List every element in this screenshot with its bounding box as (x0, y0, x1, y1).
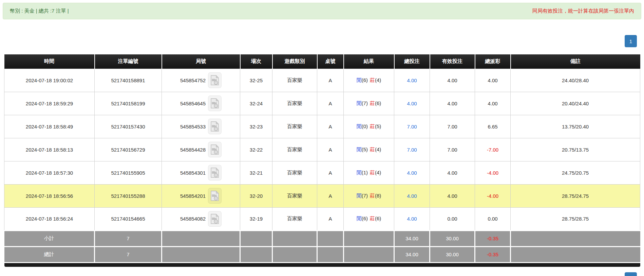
game-number: 545854533 (180, 124, 206, 130)
valid-bet-cell: 4.00 (430, 92, 475, 115)
total-bet-link[interactable]: 4.00 (407, 101, 417, 106)
col-game-number: 局號 (162, 54, 240, 69)
table-row[interactable]: 2024-07-18 18:57:30 521740155905 5458543… (4, 161, 640, 184)
total-bet-cell: 4.00 (394, 161, 430, 184)
video-replay-button[interactable] (208, 72, 222, 88)
result-cell: 閒(6)莊(4) (344, 69, 394, 92)
payout-cell: -4.00 (475, 161, 511, 184)
page-button[interactable]: 1 (625, 35, 637, 47)
session-cell: 32-21 (240, 161, 272, 184)
currency-total-text: 幣別 : 美金 | 總共 :7 注單 | (10, 8, 69, 14)
total-bet-cell: 4.00 (394, 69, 430, 92)
game-type-cell: 百家樂 (272, 184, 317, 207)
video-file-icon (210, 168, 219, 178)
result-cell: 閒(6)莊(6) (344, 207, 394, 230)
col-payout: 總派彩 (475, 54, 511, 69)
col-total-bet: 總投注 (394, 54, 430, 69)
table-row[interactable]: 2024-07-18 18:58:13 521740156729 5458544… (4, 138, 640, 161)
video-file-icon (210, 75, 219, 85)
banker-result-label: 莊 (370, 100, 375, 106)
subtotal-valid-bet: 30.00 (430, 230, 475, 246)
session-cell: 32-20 (240, 184, 272, 207)
bet-number-cell: 521740154665 (95, 207, 162, 230)
game-type-cell: 百家樂 (272, 207, 317, 230)
table-row[interactable]: 2024-07-18 19:00:02 521740158891 5458547… (4, 69, 640, 92)
table-number-cell: A (317, 92, 344, 115)
total-bet-link[interactable]: 4.00 (407, 170, 417, 176)
video-replay-button[interactable] (208, 211, 222, 227)
video-file-icon (210, 121, 219, 132)
game-number-cell: 545854082 (162, 207, 240, 230)
table-number-cell: A (317, 138, 344, 161)
bet-records-page: 幣別 : 美金 | 總共 :7 注單 | 同局有效投注，統一計算在該局第一張注單… (0, 3, 644, 276)
video-replay-button[interactable] (208, 119, 222, 134)
banker-result-value: (4) (375, 146, 381, 152)
remark-cell: 24.40/28.40 (511, 69, 640, 92)
subtotal-row: 小計 7 34.00 30.00 -0.35 (4, 230, 640, 246)
total-bet-link[interactable]: 4.00 (407, 193, 417, 199)
remark-cell: 20.40/24.40 (511, 92, 640, 115)
page-button[interactable]: 1 (625, 272, 637, 276)
table-row[interactable]: 2024-07-18 18:58:49 521740157430 5458545… (4, 115, 640, 138)
total-bet-cell: 7.00 (394, 138, 430, 161)
table-row[interactable]: 2024-07-18 18:56:56 521740155288 5458542… (4, 184, 640, 207)
bet-number-cell: 521740158891 (95, 69, 162, 92)
banker-result-value: (6) (375, 100, 381, 106)
valid-bet-cell: 4.00 (430, 184, 475, 207)
valid-bet-cell: 7.00 (430, 138, 475, 161)
payout-cell: 4.00 (475, 69, 511, 92)
video-replay-button[interactable] (208, 188, 222, 204)
payout-cell: 6.65 (475, 115, 511, 138)
banker-result-label: 莊 (370, 215, 375, 221)
player-result-value: (5) (362, 146, 368, 152)
game-number-cell: 545854533 (162, 115, 240, 138)
payout-cell: -4.00 (475, 184, 511, 207)
banker-result-label: 莊 (370, 123, 375, 129)
player-result-value: (0) (362, 123, 368, 129)
player-result-label: 閒 (357, 146, 362, 152)
pagination-bottom: 1 (625, 272, 637, 276)
table-bottom-bar (4, 262, 640, 267)
player-result-label: 閒 (357, 170, 362, 175)
payout-cell: -7.00 (475, 138, 511, 161)
time-cell: 2024-07-18 19:00:02 (4, 69, 95, 92)
video-file-icon (210, 191, 219, 201)
banker-result-value: (4) (375, 170, 381, 175)
table-row[interactable]: 2024-07-18 18:56:24 521740154665 5458540… (4, 207, 640, 230)
player-result-label: 閒 (357, 193, 362, 199)
valid-bet-cell: 4.00 (430, 69, 475, 92)
summary-bar: 幣別 : 美金 | 總共 :7 注單 | 同局有效投注，統一計算在該局第一張注單… (3, 3, 641, 19)
total-bet-link[interactable]: 7.00 (407, 124, 417, 130)
bet-number-cell: 521740155288 (95, 184, 162, 207)
game-number: 545854301 (180, 170, 206, 176)
game-number: 545854082 (180, 216, 206, 222)
video-replay-button[interactable] (208, 96, 222, 111)
video-replay-button[interactable] (208, 165, 222, 180)
game-number-cell: 545854428 (162, 138, 240, 161)
session-cell: 32-24 (240, 92, 272, 115)
total-count: 7 (95, 246, 162, 262)
video-file-icon (210, 98, 219, 108)
total-total-bet: 34.00 (394, 246, 430, 262)
game-type-cell: 百家樂 (272, 69, 317, 92)
total-bet-link[interactable]: 4.00 (407, 216, 417, 222)
time-cell: 2024-07-18 18:58:13 (4, 138, 95, 161)
col-remark: 備註 (511, 54, 640, 69)
video-replay-button[interactable] (208, 142, 222, 157)
total-bet-cell: 7.00 (394, 115, 430, 138)
banker-result-label: 莊 (370, 193, 375, 199)
remark-cell: 13.75/20.40 (511, 115, 640, 138)
result-cell: 閒(5)莊(4) (344, 138, 394, 161)
total-bet-link[interactable]: 4.00 (407, 77, 417, 83)
table-row[interactable]: 2024-07-18 18:59:29 521740158199 5458546… (4, 92, 640, 115)
game-number-cell: 545854752 (162, 69, 240, 92)
time-cell: 2024-07-18 18:59:29 (4, 92, 95, 115)
table-body: 2024-07-18 19:00:02 521740158891 5458547… (4, 69, 640, 230)
table-number-cell: A (317, 115, 344, 138)
total-bet-link[interactable]: 7.00 (407, 147, 417, 153)
banker-result-label: 莊 (370, 146, 375, 152)
session-cell: 32-25 (240, 69, 272, 92)
bet-number-cell: 521740157430 (95, 115, 162, 138)
banker-result-label: 莊 (370, 77, 375, 83)
session-cell: 32-19 (240, 207, 272, 230)
